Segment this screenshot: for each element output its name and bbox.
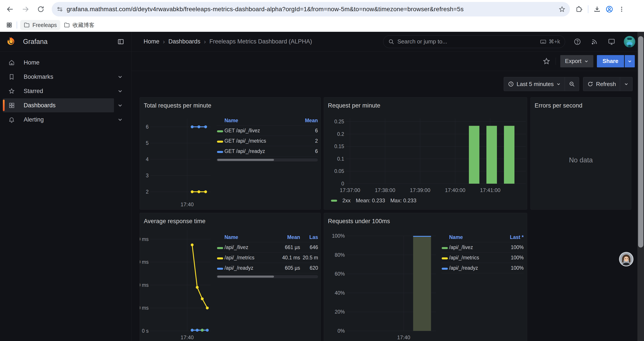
scrollbar-thumb[interactable] xyxy=(638,36,643,247)
legend-header-row: NameLast * xyxy=(441,233,524,242)
scrollbar-thumb[interactable] xyxy=(217,159,274,161)
chart-svg: 100%80%60%40%20%0%17:40 xyxy=(324,213,528,341)
page-scrollbar[interactable] xyxy=(638,32,644,341)
panel-title[interactable]: Requests under 100ms xyxy=(328,218,390,225)
breadcrumb-current: Freeleaps Metrics Dashboard (ALPHA) xyxy=(209,38,312,45)
bookmark-star-icon[interactable] xyxy=(558,6,566,13)
back-button[interactable] xyxy=(4,3,16,15)
legend-row[interactable]: GET /api/_/livez6 xyxy=(216,126,318,136)
bell-icon xyxy=(8,116,15,123)
browser-menu-button[interactable] xyxy=(616,3,628,15)
dock-menu-button[interactable] xyxy=(116,37,126,47)
sidebar-link-starred[interactable]: Starred xyxy=(3,84,114,98)
svg-text:0%: 0% xyxy=(338,328,345,334)
sidebar-item-alerting: Alerting xyxy=(3,113,128,127)
bookmark-freeleaps[interactable]: Freeleaps xyxy=(20,20,60,30)
panel-title[interactable]: Average response time xyxy=(144,218,206,225)
help-button[interactable] xyxy=(572,37,582,47)
chevron-down-icon[interactable] xyxy=(116,115,124,124)
kiosk-button[interactable] xyxy=(607,37,616,47)
legend-row[interactable]: /api/_/readyz100% xyxy=(441,263,524,273)
extensions-button[interactable] xyxy=(573,3,585,15)
sidebar-link-home[interactable]: Home xyxy=(3,56,114,70)
apps-grid-button[interactable] xyxy=(3,19,15,31)
legend-row[interactable]: /api/_/metrics40.1 ms20.5 m xyxy=(216,253,318,263)
legend-header[interactable]: Name xyxy=(224,118,298,124)
zoom-out-icon xyxy=(569,81,575,87)
legend-header[interactable]: Mean xyxy=(268,234,300,240)
breadcrumb-home[interactable]: Home xyxy=(144,38,159,45)
search-shortcut: ⌘+k xyxy=(540,38,560,45)
profile-button[interactable] xyxy=(603,3,616,15)
dashboard-canvas: 6543217:40 Total requests per minute Nam… xyxy=(132,97,644,341)
svg-text:80%: 80% xyxy=(335,252,345,258)
legend-row[interactable]: /api/_/livez100% xyxy=(441,242,524,253)
user-avatar[interactable] xyxy=(624,36,635,47)
legend-header[interactable]: Last * xyxy=(501,234,524,240)
legend-header[interactable]: Las xyxy=(300,234,318,240)
share-dropdown-button[interactable] xyxy=(625,55,635,67)
panel-title[interactable]: Total requests per minute xyxy=(144,102,211,109)
help-icon xyxy=(574,38,581,46)
legend-cell: GET /api/_/livez xyxy=(224,128,298,134)
legend-cell: 40.1 ms xyxy=(268,255,300,261)
svg-text:0 s: 0 s xyxy=(142,328,148,334)
apps-grid-icon xyxy=(6,22,12,28)
site-settings-icon[interactable] xyxy=(56,6,63,13)
chart-legend[interactable]: 2xx Mean: 0.233 Max: 0.233 xyxy=(330,197,416,204)
refresh-interval-button[interactable] xyxy=(620,77,632,91)
downloads-button[interactable] xyxy=(591,3,603,15)
svg-text:40%: 40% xyxy=(335,290,345,296)
chevron-down-icon[interactable] xyxy=(116,72,124,81)
reload-button[interactable] xyxy=(35,3,47,15)
grafana-logo[interactable] xyxy=(6,36,17,48)
svg-text:20 ms: 20 ms xyxy=(140,305,148,311)
dock-menu-icon xyxy=(117,38,124,45)
zoom-out-button[interactable] xyxy=(565,77,579,91)
bookmark-blogs[interactable]: 收藏博客 xyxy=(60,20,98,30)
url-bar[interactable]: grafana.mathmast.com/d/deytv4rwavabkb/fr… xyxy=(52,2,570,17)
legend-scrollbar[interactable] xyxy=(216,158,318,162)
time-range-button[interactable]: Last 5 minutes xyxy=(504,77,565,91)
panel-request-per-minute: 00.050.10.150.20.2517:37:0017:38:0017:39… xyxy=(324,97,527,210)
time-range-group: Last 5 minutes xyxy=(504,77,579,91)
legend-row[interactable]: /api/_/metrics100% xyxy=(441,253,524,263)
legend-series: 2xx xyxy=(342,197,350,204)
actions-divider xyxy=(556,58,556,65)
chevron-down-icon[interactable] xyxy=(116,101,124,110)
folder-icon xyxy=(24,22,30,28)
chevron-down-icon[interactable] xyxy=(116,87,124,96)
legend-row[interactable]: GET /api/_/metrics2 xyxy=(216,136,318,146)
chevron-down-icon xyxy=(584,59,588,63)
sidebar-link-alerting[interactable]: Alerting xyxy=(3,113,114,127)
panel-title[interactable]: Request per minute xyxy=(328,102,380,109)
series-swatch xyxy=(442,247,448,249)
export-button[interactable]: Export xyxy=(560,55,593,67)
legend-row[interactable]: /api/_/readyz605 µs620 xyxy=(216,263,318,273)
breadcrumb-dashboards[interactable]: Dashboards xyxy=(168,38,200,45)
legend-header[interactable]: Mean xyxy=(298,118,318,124)
series-swatch xyxy=(217,257,223,259)
search-input[interactable]: Search or jump to... ⌘+k xyxy=(383,35,565,48)
panel-title[interactable]: Errors per second xyxy=(534,102,582,109)
refresh-button[interactable]: Refresh xyxy=(583,77,620,91)
profile-icon xyxy=(606,5,613,13)
legend-cell: 2 xyxy=(298,138,318,144)
breadcrumb: Home › Dashboards › Freeleaps Metrics Da… xyxy=(132,38,312,45)
share-button[interactable]: Share xyxy=(597,55,624,67)
legend-cell: 20.5 m xyxy=(300,255,318,261)
legend-scrollbar[interactable] xyxy=(216,275,318,278)
search-icon xyxy=(388,39,394,45)
sidebar-link-bookmarks[interactable]: Bookmarks xyxy=(3,70,114,84)
legend-header[interactable]: Name xyxy=(449,234,501,240)
legend-row[interactable]: GET /api/_/readyz6 xyxy=(216,146,318,156)
news-button[interactable] xyxy=(590,37,599,47)
floating-avatar[interactable] xyxy=(619,252,634,267)
legend-row[interactable]: /api/_/livez661 µs646 xyxy=(216,242,318,253)
dashboard-actions: Export Share xyxy=(132,52,644,71)
scrollbar-thumb[interactable] xyxy=(217,276,274,278)
favorite-dashboard-button[interactable] xyxy=(542,56,551,66)
legend-header[interactable]: Name xyxy=(224,234,268,240)
forward-button[interactable] xyxy=(19,3,32,15)
sidebar-link-dashboards[interactable]: Dashboards xyxy=(3,98,114,112)
